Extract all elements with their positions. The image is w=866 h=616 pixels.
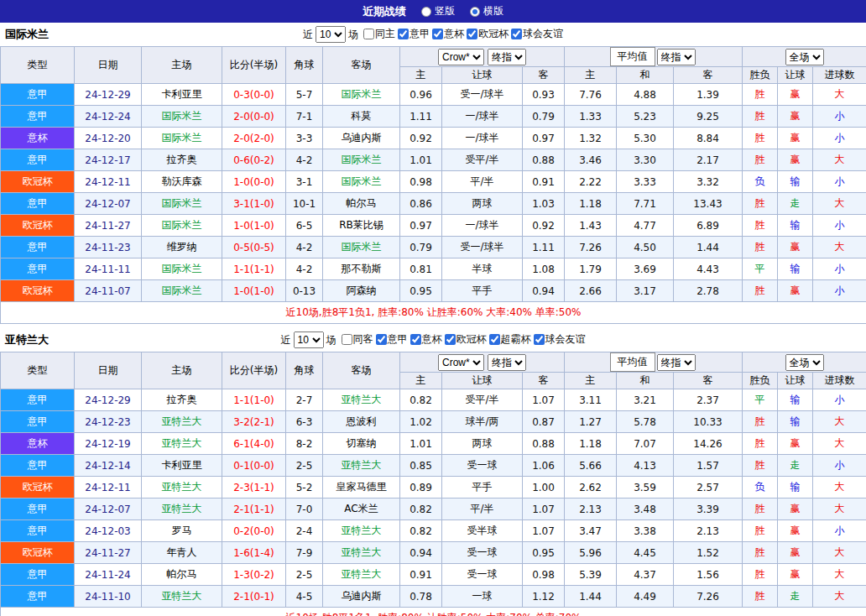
corner-count: 3-3 <box>286 128 323 149</box>
radio-unchecked-icon[interactable] <box>421 7 431 17</box>
filter-checkbox[interactable] <box>467 29 477 39</box>
match-row: 意甲24-12-17拉齐奥0-6(0-2)4-2国际米兰1.01受平/半0.88… <box>1 149 866 171</box>
score: 1-1(1-0) <box>222 389 286 411</box>
score: 0-3(0-0) <box>222 84 286 106</box>
league-badge: 意甲 <box>1 520 75 542</box>
match-date: 24-11-27 <box>75 542 142 564</box>
handicap-away-odds: 1.08 <box>523 258 565 280</box>
result-outcome: 胜 <box>743 433 778 455</box>
filter-checkbox[interactable] <box>534 334 545 345</box>
result-handicap: 输 <box>778 389 813 411</box>
average-odds-header: 平均值终指 <box>565 47 743 67</box>
league-badge: 欧冠杯 <box>1 542 75 564</box>
score: 1-3(0-2) <box>222 564 286 586</box>
league-badge: 意甲 <box>1 106 75 128</box>
avg-final-select[interactable]: 终指 <box>657 49 696 65</box>
final-odds-select[interactable]: 终指 <box>488 49 526 65</box>
filter-球会友谊[interactable]: 球会友谊 <box>534 332 586 347</box>
filter-checkbox[interactable] <box>489 334 500 345</box>
bookmaker-select[interactable]: Crow* <box>438 49 484 65</box>
avg-away-odds: 4.43 <box>674 258 743 280</box>
away-team: 亚特兰大 <box>323 389 400 411</box>
filter-欧冠杯[interactable]: 欧冠杯 <box>467 27 509 41</box>
result-handicap: 走 <box>778 193 813 215</box>
filter-意甲[interactable]: 意甲 <box>398 27 430 41</box>
away-team: 亚特兰大 <box>323 520 400 542</box>
score: 1-6(1-4) <box>222 542 286 564</box>
handicap-line: 两球 <box>442 193 523 215</box>
filter-checkbox[interactable] <box>342 334 352 345</box>
filter-意杯[interactable]: 意杯 <box>410 332 442 347</box>
filter-checkbox[interactable] <box>432 29 443 39</box>
filter-checkbox[interactable] <box>376 334 387 345</box>
filter-label: 同客 <box>353 332 373 347</box>
scope-select[interactable]: 全场 <box>785 354 824 371</box>
handicap-line: 受平/半 <box>442 389 523 411</box>
league-badge: 意杯 <box>1 128 75 149</box>
handicap-away-odds: 0.91 <box>523 171 565 193</box>
matches-table: 类型 日期 主场 比分(半场) 角球 客场 Crow*终指 平均值终指 全场 主… <box>0 46 866 324</box>
layout-horizontal-label: 横版 <box>483 4 503 18</box>
filter-意甲[interactable]: 意甲 <box>376 332 408 347</box>
corner-count: 4-2 <box>286 258 323 280</box>
avg-draw-odds: 4.50 <box>617 237 674 258</box>
recent-count-select[interactable]: 10 <box>316 26 346 43</box>
avg-away-odds: 9.25 <box>674 106 743 128</box>
result-goals: 小 <box>813 215 866 237</box>
handicap-home-odds: 0.95 <box>400 280 442 302</box>
result-handicap: 赢 <box>778 433 813 455</box>
layout-vertical-option[interactable]: 竖版 <box>421 4 455 18</box>
bookmaker-select[interactable]: Crow* <box>438 354 484 371</box>
result-handicap: 赢 <box>778 106 813 128</box>
filter-checkbox[interactable] <box>363 29 374 39</box>
result-outcome: 平 <box>743 389 778 411</box>
filter-同客[interactable]: 同客 <box>342 332 373 347</box>
near-label: 近 <box>281 333 291 347</box>
filter-checkbox[interactable] <box>445 334 456 345</box>
avg-final-select[interactable]: 终指 <box>657 354 696 371</box>
filter-意杯[interactable]: 意杯 <box>432 27 464 41</box>
filter-checkbox[interactable] <box>398 29 409 39</box>
handicap-home-odds: 0.96 <box>400 84 442 106</box>
result-outcome: 胜 <box>743 106 778 128</box>
handicap-home-odds: 0.92 <box>400 128 442 149</box>
score: 0-1(0-0) <box>222 455 286 477</box>
filter-checkbox[interactable] <box>511 29 522 39</box>
filter-欧冠杯[interactable]: 欧冠杯 <box>445 332 487 347</box>
away-team: AC米兰 <box>323 499 400 520</box>
filter-超霸杯[interactable]: 超霸杯 <box>489 332 531 347</box>
recent-count-select[interactable]: 10 <box>294 331 324 348</box>
corner-count: 7-9 <box>286 542 323 564</box>
away-team: 国际米兰 <box>323 171 400 193</box>
radio-checked-icon[interactable] <box>470 7 480 17</box>
away-team: 亚特兰大 <box>323 455 400 477</box>
league-filter-group: 同主意甲意杯欧冠杯球会友谊 <box>361 27 563 42</box>
avg-home-odds: 3.46 <box>565 149 617 171</box>
filter-label: 意杯 <box>444 27 464 41</box>
layout-horizontal-option[interactable]: 横版 <box>470 4 503 18</box>
handicap-line: 平/半 <box>442 499 523 520</box>
average-box[interactable]: 平均值 <box>610 47 655 66</box>
final-odds-select[interactable]: 终指 <box>488 354 526 371</box>
filter-同主[interactable]: 同主 <box>363 27 395 41</box>
result-outcome: 胜 <box>743 237 778 258</box>
match-row: 意甲24-12-03罗马0-2(0-0)2-4亚特兰大0.82受半球1.073.… <box>1 520 866 542</box>
result-handicap: 赢 <box>778 520 813 542</box>
avg-away-odds: 1.44 <box>674 237 743 258</box>
average-box[interactable]: 平均值 <box>610 352 655 372</box>
corner-count: 5-2 <box>286 477 323 499</box>
avg-draw-odds: 4.49 <box>617 586 674 608</box>
score: 0-6(0-2) <box>222 149 286 171</box>
handicap-home-odds: 0.98 <box>400 171 442 193</box>
result-header: 全场 <box>743 352 866 373</box>
corner-count: 2-5 <box>286 455 323 477</box>
scope-select[interactable]: 全场 <box>785 49 824 65</box>
match-row: 欧冠杯24-12-11亚特兰大2-3(1-1)5-2皇家马德里0.89平手1.0… <box>1 477 866 499</box>
result-handicap: 输 <box>778 411 813 433</box>
filter-球会友谊[interactable]: 球会友谊 <box>511 27 563 41</box>
team-name: 亚特兰大 <box>5 332 49 347</box>
filter-checkbox[interactable] <box>410 334 421 345</box>
avg-away-odds: 3.39 <box>674 499 743 520</box>
match-date: 24-12-07 <box>75 193 142 215</box>
result-outcome: 负 <box>743 477 778 499</box>
